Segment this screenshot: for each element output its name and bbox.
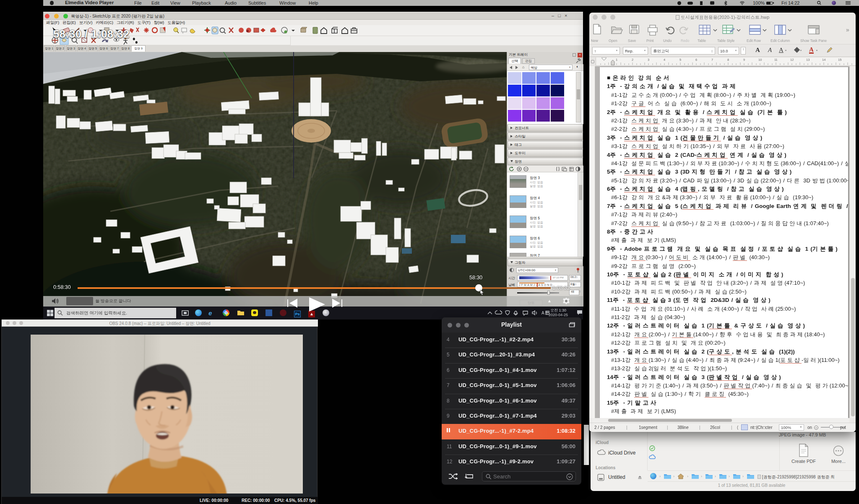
svg-text:5: 5 (679, 58, 681, 62)
svg-text:7: 7 (711, 58, 713, 62)
svg-text:4: 4 (664, 58, 665, 62)
svg-text:1: 1 (616, 58, 617, 62)
svg-text:14: 14 (822, 58, 825, 62)
svg-text:3: 3 (648, 58, 649, 62)
svg-text:15: 15 (838, 58, 841, 62)
svg-text:A: A (541, 311, 544, 315)
svg-text:6: 6 (695, 58, 697, 62)
svg-text:»: » (846, 26, 849, 33)
svg-text:8: 8 (727, 58, 729, 62)
svg-text:11: 11 (774, 58, 778, 62)
svg-text:13: 13 (806, 58, 810, 62)
svg-text:10: 10 (758, 58, 762, 62)
svg-text:12: 12 (790, 58, 794, 62)
svg-text:9: 9 (743, 58, 745, 62)
svg-text:2: 2 (632, 58, 633, 62)
